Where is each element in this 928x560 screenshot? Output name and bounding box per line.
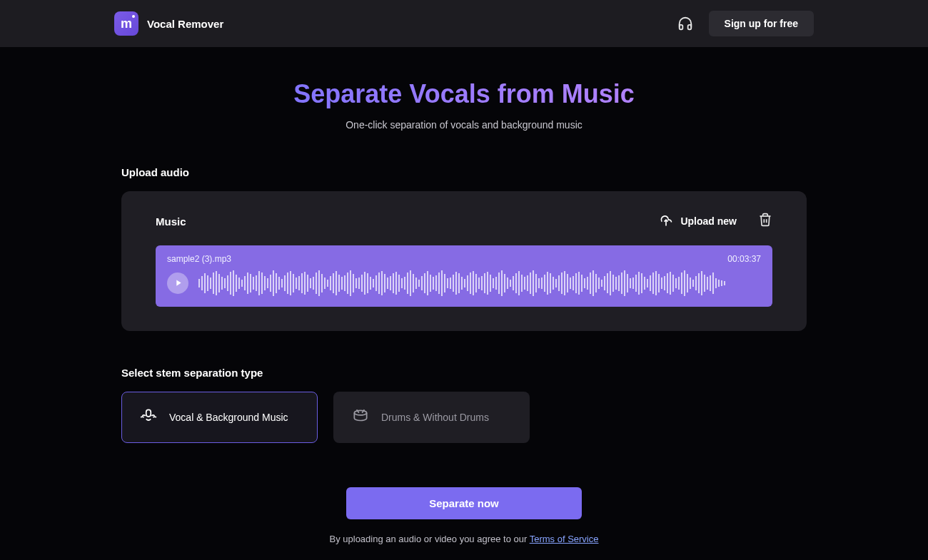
headphones-icon[interactable] — [677, 16, 693, 31]
upload-icon — [659, 213, 673, 230]
header-left: m Vocal Remover — [114, 11, 223, 36]
upload-card-header: Music Upload new — [156, 213, 772, 230]
logo-icon: m — [114, 11, 138, 36]
upload-actions: Upload new — [659, 213, 772, 230]
separate-button[interactable]: Separate now — [346, 487, 582, 519]
drums-icon — [351, 407, 370, 428]
delete-button[interactable] — [758, 213, 772, 230]
tos-line: By uploading an audio or video you agree… — [330, 534, 599, 544]
upload-new-button[interactable]: Upload new — [659, 213, 737, 230]
upload-section-label: Upload audio — [121, 166, 807, 178]
svg-point-2 — [354, 410, 366, 415]
signup-button[interactable]: Sign up for free — [709, 11, 814, 36]
audio-player: sample2 (3).mp3 00:03:37 — [156, 245, 772, 307]
option-label: Drums & Without Drums — [381, 412, 489, 423]
waveform[interactable] — [198, 270, 761, 297]
option-label: Vocal & Background Music — [169, 412, 288, 423]
audio-meta: sample2 (3).mp3 00:03:37 — [167, 254, 761, 264]
option-vocal-background[interactable]: Vocal & Background Music — [121, 392, 318, 443]
hero-title: Separate Vocals from Music — [121, 79, 807, 109]
upload-new-label: Upload new — [680, 215, 737, 227]
stem-options: Vocal & Background Music Drums & Without… — [121, 392, 807, 443]
main: Separate Vocals from Music One-click sep… — [0, 47, 928, 443]
stems-section-label: Select stem separation type — [121, 367, 807, 379]
play-icon — [173, 277, 183, 290]
hero-subtitle: One-click separation of vocals and backg… — [121, 119, 807, 131]
header-right: Sign up for free — [677, 11, 814, 36]
play-button[interactable] — [167, 273, 188, 294]
vocal-icon — [139, 407, 158, 428]
duration: 00:03:37 — [727, 254, 761, 264]
app-title: Vocal Remover — [147, 18, 223, 30]
file-name: sample2 (3).mp3 — [167, 254, 231, 264]
svg-marker-1 — [176, 280, 181, 285]
header: m Vocal Remover Sign up for free — [0, 0, 928, 47]
option-drums[interactable]: Drums & Without Drums — [333, 392, 530, 443]
trash-icon — [758, 217, 772, 229]
upload-card: Music Upload new — [121, 191, 807, 331]
footer-area: Separate now By uploading an audio or vi… — [0, 487, 928, 544]
hero: Separate Vocals from Music One-click sep… — [121, 79, 807, 131]
tos-prefix: By uploading an audio or video you agree… — [330, 534, 530, 544]
music-label: Music — [156, 215, 186, 228]
tos-link[interactable]: Terms of Service — [530, 534, 599, 544]
audio-body — [167, 270, 761, 297]
